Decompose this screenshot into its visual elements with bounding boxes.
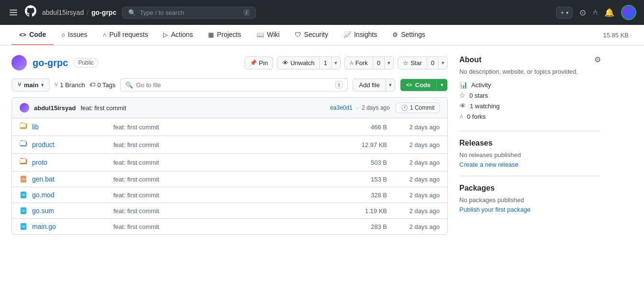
- file-time: 2 days ago: [392, 223, 440, 230]
- projects-tab-icon: ▦: [208, 31, 214, 38]
- file-size: 153 B: [349, 176, 387, 183]
- sidebar-forks[interactable]: ⑃ 0 forks: [459, 113, 601, 120]
- plus-chevron: ▾: [566, 10, 568, 15]
- search-box[interactable]: 🔍 Type / to search /: [122, 7, 256, 19]
- security-tab-icon: 🛡: [295, 31, 301, 38]
- stars-icon: ☆: [459, 91, 466, 99]
- file-go-icon: GO: [20, 191, 27, 199]
- tab-settings[interactable]: ⚙ Settings: [385, 25, 433, 45]
- file-row: product feat: first commit 12.97 KB 2 da…: [12, 136, 447, 154]
- insights-tab-icon: 📈: [344, 31, 351, 38]
- star-button-group: ☆ Star 0 ▾: [398, 57, 448, 69]
- breadcrumb-repo[interactable]: go-grpc: [91, 9, 116, 16]
- branch-stat[interactable]: ⑂ 1 Branch: [55, 81, 85, 89]
- code-main-button[interactable]: <> Code: [400, 79, 436, 91]
- code-dropdown[interactable]: ▾: [436, 79, 447, 91]
- sidebar-releases-title: Releases: [459, 139, 601, 148]
- breadcrumb-user[interactable]: abdul15irsyad: [42, 9, 84, 16]
- pin-label: Pin: [259, 59, 268, 67]
- file-commit-msg: feat: first commit: [113, 124, 344, 131]
- tab-projects-label: Projects: [217, 31, 241, 38]
- file-name[interactable]: go.mod: [32, 191, 109, 199]
- commit-author[interactable]: abdul15irsyad: [34, 104, 76, 112]
- commit-history-btn[interactable]: 🕐 1 Commit: [396, 102, 440, 113]
- file-row: GO go.mod feat: first commit 328 B 2 day…: [12, 187, 447, 203]
- pullrequest-icon[interactable]: ⑃: [593, 8, 598, 17]
- tab-insights[interactable]: 📈 Insights: [336, 25, 385, 45]
- folder-icon: [20, 140, 27, 149]
- star-dropdown[interactable]: ▾: [438, 57, 447, 69]
- unwatch-button-group: 👁 Unwatch 1 ▾: [277, 57, 341, 69]
- file-name[interactable]: proto: [32, 159, 109, 166]
- stars-label: 0 stars: [469, 92, 488, 99]
- commit-right: ea3e0d1 · 2 days ago 🕐 1 Commit: [330, 102, 440, 113]
- tab-settings-label: Settings: [401, 31, 425, 38]
- folder-icon: [20, 122, 27, 132]
- sidebar-create-release[interactable]: Create a new release: [459, 161, 519, 168]
- file-name[interactable]: gen.bat: [32, 175, 109, 183]
- sidebar-watching[interactable]: 👁 1 watching: [459, 102, 601, 110]
- plus-icon: +: [560, 9, 564, 16]
- sidebar-publish-package[interactable]: Publish your first package: [459, 206, 531, 213]
- sidebar-about-section: About ⚙ No description, website, or topi…: [459, 55, 601, 131]
- sidebar-stars[interactable]: ☆ 0 stars: [459, 91, 601, 99]
- notifications-icon[interactable]: 🔔: [604, 8, 614, 18]
- tab-actions[interactable]: ▷ Actions: [155, 25, 200, 45]
- tab-code[interactable]: <> Code: [11, 25, 54, 45]
- unwatch-dropdown[interactable]: ▾: [331, 57, 340, 69]
- tag-stat[interactable]: 🏷 0 Tags: [89, 81, 115, 89]
- code-tab-icon: <>: [19, 31, 26, 38]
- search-container[interactable]: 🔍 Type / to search /: [122, 7, 550, 19]
- svg-text:GO: GO: [22, 225, 25, 228]
- plus-menu[interactable]: + ▾: [556, 7, 573, 19]
- tab-actions-label: Actions: [171, 31, 193, 38]
- sidebar-activity[interactable]: 📊 Activity: [459, 81, 601, 89]
- issues-icon[interactable]: ⊙: [579, 8, 586, 18]
- file-commit-msg: feat: first commit: [113, 176, 344, 183]
- file-row: lib feat: first commit 466 B 2 days ago: [12, 118, 447, 136]
- code-chevron-icon: <>: [406, 82, 412, 88]
- hamburger-menu[interactable]: [8, 8, 19, 17]
- add-file-main[interactable]: Add file: [353, 79, 385, 91]
- add-file-dropdown[interactable]: ▾: [386, 79, 395, 91]
- tab-wiki[interactable]: 📖 Wiki: [249, 25, 287, 45]
- file-commit-msg: feat: first commit: [113, 141, 344, 148]
- fork-label: Fork: [355, 59, 368, 67]
- tab-projects[interactable]: ▦ Projects: [200, 25, 249, 45]
- avatar[interactable]: [621, 5, 636, 20]
- unwatch-count[interactable]: 1: [319, 57, 331, 69]
- file-toolbar: ⑂ main ▾ ⑂ 1 Branch 🏷 0 Tags 🔍 t Add fil…: [11, 78, 448, 91]
- file-bat-icon: .bat: [20, 175, 27, 183]
- pin-button[interactable]: 📌 Pin: [244, 57, 273, 69]
- file-time: 2 days ago: [392, 176, 440, 183]
- unwatch-label: Unwatch: [290, 59, 315, 67]
- code-button-group: <> Code ▾: [400, 79, 448, 91]
- file-name[interactable]: go.sum: [32, 207, 109, 215]
- sidebar-gear-icon[interactable]: ⚙: [594, 55, 601, 64]
- fork-count[interactable]: 0: [373, 57, 384, 69]
- watching-label: 1 watching: [470, 102, 500, 110]
- star-count[interactable]: 0: [427, 57, 438, 69]
- fork-dropdown[interactable]: ▾: [384, 57, 393, 69]
- star-main[interactable]: ☆ Star: [398, 57, 427, 69]
- svg-text:GO: GO: [22, 193, 25, 196]
- file-row: GO main.go feat: first commit 283 B 2 da…: [12, 219, 447, 234]
- tab-security[interactable]: 🛡 Security: [287, 25, 336, 45]
- branch-selector[interactable]: ⑂ main ▾: [11, 79, 50, 91]
- go-to-file-input[interactable]: [136, 81, 333, 89]
- sidebar-about-header: About ⚙: [459, 55, 601, 64]
- file-name[interactable]: main.go: [32, 223, 109, 230]
- tab-issues[interactable]: ○ Issues: [54, 25, 95, 45]
- file-name[interactable]: product: [32, 141, 109, 148]
- file-go-icon: GO: [20, 223, 27, 230]
- commit-sha[interactable]: ea3e0d1: [330, 104, 353, 111]
- fork-main[interactable]: ⑃ Fork: [345, 57, 373, 69]
- tab-pull-requests[interactable]: ⑃ Pull requests: [95, 25, 156, 45]
- go-to-file-search[interactable]: 🔍 t: [120, 78, 348, 91]
- file-size: 466 B: [349, 124, 387, 131]
- github-logo[interactable]: [25, 5, 36, 20]
- repo-name-title[interactable]: go-grpc: [33, 57, 68, 68]
- pin-icon: 📌: [250, 59, 257, 66]
- unwatch-main[interactable]: 👁 Unwatch: [278, 57, 320, 69]
- file-name[interactable]: lib: [32, 123, 109, 131]
